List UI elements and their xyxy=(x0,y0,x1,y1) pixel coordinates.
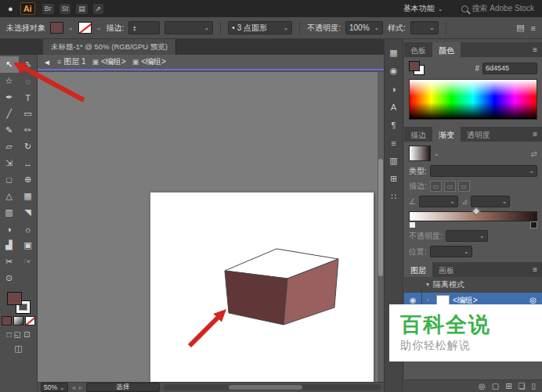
scrollbar-thumb[interactable] xyxy=(378,159,383,276)
type-tool[interactable]: T xyxy=(19,89,38,106)
share-icon[interactable]: ⇗ xyxy=(93,4,104,14)
rectangle-tool[interactable]: ▭ xyxy=(19,106,38,122)
disclosure-triangle-icon[interactable]: ▾ xyxy=(422,281,433,288)
isolation-mode-row[interactable]: ▾ 隔离模式 xyxy=(404,277,542,293)
line-segment-tool[interactable]: ╱ xyxy=(0,106,19,122)
style-dropdown[interactable]: ⌄ xyxy=(410,21,439,34)
none-button[interactable] xyxy=(25,316,35,325)
tab-transparency[interactable]: 透明度 xyxy=(461,127,497,142)
gradient-panel-icon[interactable]: ▥ xyxy=(384,152,403,170)
paintbrush-tool[interactable]: ✎ xyxy=(0,122,19,138)
stroke-center-icon[interactable]: ▭ xyxy=(444,181,456,192)
blend-tool[interactable]: ◑ xyxy=(0,221,19,237)
perspective-grid-tool[interactable]: △ xyxy=(0,188,19,204)
draw-inside-icon[interactable]: ⊡ xyxy=(23,330,30,339)
character-panel-icon[interactable]: A xyxy=(384,98,403,116)
opacity-input[interactable]: 100% ⌄ xyxy=(345,21,383,34)
dock-panels-icon[interactable]: ▤ xyxy=(516,23,524,33)
arrange-documents-icon[interactable]: ▤ xyxy=(76,4,88,14)
tab-gradient[interactable]: 渐变 xyxy=(432,127,461,142)
reverse-gradient-icon[interactable]: ⇄ xyxy=(531,149,537,158)
slice-tool[interactable]: ✂ xyxy=(0,254,19,270)
canvas[interactable] xyxy=(38,72,384,382)
vertical-scrollbar[interactable] xyxy=(378,72,384,382)
gradient-stop-left[interactable] xyxy=(409,221,416,228)
gradient-stop-right[interactable] xyxy=(530,221,537,228)
tab-swatches[interactable]: 色板 xyxy=(404,42,432,57)
panel-menu-icon[interactable]: ≡ xyxy=(531,23,536,33)
delete-layer-icon[interactable]: ▯ xyxy=(531,382,536,390)
chevron-down-icon[interactable]: ⌄ xyxy=(434,150,439,157)
brush-definition-dropdown[interactable]: • 3 点圆形 ⌄ xyxy=(228,21,292,34)
apple-menu-icon[interactable]: ● xyxy=(8,4,13,13)
stroke-outside-icon[interactable]: ▭ xyxy=(458,181,470,192)
artboard[interactable] xyxy=(150,192,374,383)
fill-stroke-indicator[interactable] xyxy=(409,61,425,75)
gradient-thumbnail[interactable] xyxy=(409,146,431,161)
zoom-dropdown[interactable]: 50% ⌄ xyxy=(41,383,68,392)
change-screen-mode-button[interactable]: ◫ xyxy=(14,343,22,354)
angle-input[interactable]: ⌄ xyxy=(419,196,458,207)
stock-search[interactable]: 搜索 Adobe Stock xyxy=(461,3,534,14)
pen-tool[interactable]: ✒ xyxy=(0,89,19,106)
rotate-tool[interactable]: ↻ xyxy=(19,138,38,155)
stop-position-input[interactable]: ⌄ xyxy=(430,246,472,257)
stroke-color-swatch[interactable] xyxy=(78,22,92,34)
document-tab[interactable]: 未标题-1* @ 50% (RGB/GPU 预览) xyxy=(43,39,176,55)
gradient-slider[interactable] xyxy=(409,211,537,228)
shaper-tool[interactable]: ✏ xyxy=(19,122,38,138)
target-icon[interactable]: ◎ xyxy=(529,296,537,304)
fill-swatch[interactable] xyxy=(7,292,22,305)
breadcrumb-layer[interactable]: ≡ 图层 1 xyxy=(57,56,86,67)
locate-object-icon[interactable]: ◎ xyxy=(479,382,486,390)
draw-behind-icon[interactable]: ◱ xyxy=(14,330,21,339)
hand-tool[interactable]: ☞ xyxy=(19,254,38,270)
exit-isolation-icon[interactable]: ◄ xyxy=(43,58,51,67)
stop-opacity-input[interactable]: ⌄ xyxy=(446,230,488,242)
fill-stroke-indicator[interactable] xyxy=(7,292,31,314)
color-spectrum[interactable] xyxy=(409,79,537,120)
free-transform-tool[interactable]: □ xyxy=(0,171,19,188)
panel-menu-icon[interactable]: ≡ xyxy=(528,42,542,57)
stepper-icons[interactable]: ▲▼ xyxy=(132,25,136,31)
new-layer-icon[interactable]: ❏ xyxy=(519,382,526,390)
width-tool[interactable]: ↔ xyxy=(19,155,38,171)
stroke-weight-input[interactable]: ▲▼ xyxy=(128,21,160,34)
color-guide-panel-icon[interactable]: ◑ xyxy=(384,80,403,98)
breadcrumb-group-2[interactable]: ▣ <编组> xyxy=(132,56,166,67)
tab-artboards[interactable]: 画板 xyxy=(432,262,461,277)
transform-panel-icon[interactable]: ∷ xyxy=(384,188,403,206)
eyedropper-tool[interactable]: ◥ xyxy=(19,204,38,221)
stock-badge[interactable]: St xyxy=(60,4,71,14)
eraser-tool[interactable]: ▱ xyxy=(0,138,19,155)
swatches-panel-icon[interactable]: ▦ xyxy=(384,44,403,62)
horizontal-scrollbar[interactable] xyxy=(164,384,381,390)
bridge-icon[interactable]: Br xyxy=(42,4,54,14)
aspect-ratio-input[interactable]: ⌄ xyxy=(471,196,510,207)
color-panel-icon[interactable]: ◉ xyxy=(384,62,403,80)
tab-stroke[interactable]: 描边 xyxy=(404,127,432,142)
symbol-sprayer-tool[interactable]: ☼ xyxy=(19,221,38,237)
disclosure-triangle-icon[interactable]: › xyxy=(422,297,433,304)
tab-layers[interactable]: 图层 xyxy=(404,262,432,277)
new-sublayer-icon[interactable]: ⊞ xyxy=(505,382,511,390)
gradient-type-dropdown[interactable]: ⌄ xyxy=(430,165,537,177)
stroke-inside-icon[interactable]: ▭ xyxy=(430,181,442,192)
column-graph-tool[interactable]: ▟ xyxy=(0,237,19,254)
scrollbar-thumb[interactable] xyxy=(229,385,302,390)
direct-selection-tool[interactable]: ⇖ xyxy=(19,56,38,73)
make-mask-icon[interactable]: ▢ xyxy=(492,382,499,390)
fill-chevron-icon[interactable]: ⌄ xyxy=(68,24,74,31)
shape-builder-tool[interactable]: ⊕ xyxy=(19,171,38,188)
draw-normal-icon[interactable]: □ xyxy=(7,330,12,339)
zoom-tool[interactable]: ⊙ xyxy=(0,270,19,286)
artboard-tool[interactable]: ▣ xyxy=(19,237,38,254)
hex-input[interactable]: 6d4545 xyxy=(482,63,537,74)
prev-artboard-icon[interactable]: ◃ xyxy=(72,384,75,391)
panel-menu-icon[interactable]: ≡ xyxy=(528,262,542,277)
paragraph-panel-icon[interactable]: ¶ xyxy=(384,116,403,134)
lasso-tool[interactable]: ◌ xyxy=(19,73,38,89)
color-button[interactable] xyxy=(2,316,12,325)
stroke-profile-dropdown[interactable]: ⌄ xyxy=(164,21,213,34)
breadcrumb-group-1[interactable]: ▣ <编组> xyxy=(92,56,126,67)
